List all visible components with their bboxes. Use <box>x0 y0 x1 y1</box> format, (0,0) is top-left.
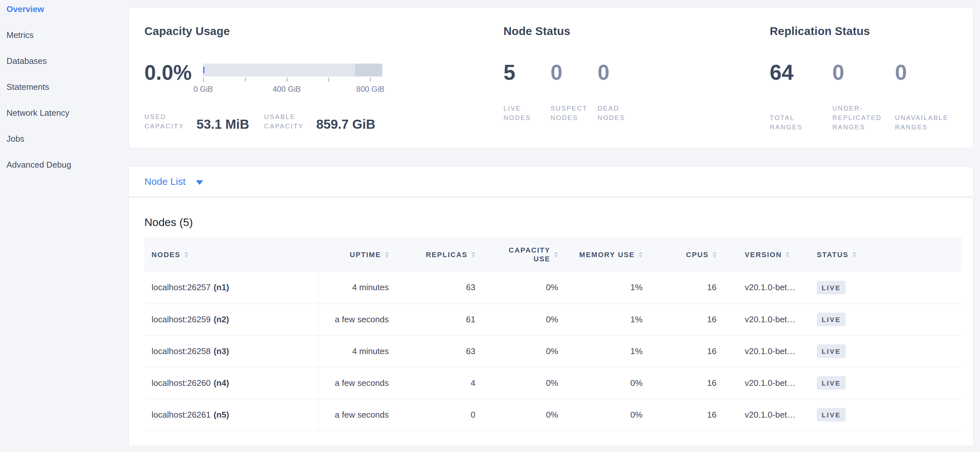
column-header-capacity-use[interactable]: CAPACITY USE <box>476 237 558 272</box>
column-header-status[interactable]: STATUS <box>804 237 962 272</box>
uptime-cell: 4 minutes <box>318 272 389 303</box>
label-line: RANGES <box>770 122 832 132</box>
nodes-table-card: Nodes (5) NODES UPTIME REPLICAS <box>129 197 974 446</box>
label-line: RANGES <box>895 122 958 132</box>
replicas-cell: 61 <box>389 303 476 335</box>
under-replicated-ranges-label: UNDER- REPLICATED RANGES <box>832 104 895 132</box>
node-id: (n5) <box>213 410 229 420</box>
column-label: NODES <box>151 250 180 259</box>
node-address[interactable]: localhost:26259 <box>151 314 211 324</box>
column-label: STATUS <box>817 250 849 259</box>
version-cell: v20.1.0-bet… <box>716 272 804 303</box>
sidebar-item-network-latency[interactable]: Network Latency <box>6 108 129 117</box>
unavailable-ranges-count: 0 <box>895 60 958 84</box>
label-line: UNDER- <box>832 104 895 113</box>
sort-icon <box>853 252 856 257</box>
label-line: USED <box>145 112 184 122</box>
capacity-use-cell: 0% <box>476 335 558 367</box>
node-id: (n2) <box>213 314 229 324</box>
label-line: DEAD <box>597 104 644 113</box>
axis-tick-label: 400 GiB <box>273 84 301 94</box>
status-badge: LIVE <box>817 376 846 390</box>
cpus-cell: 16 <box>643 335 716 367</box>
suspect-nodes-label: SUSPECT NODES <box>550 104 597 122</box>
total-ranges-count: 64 <box>770 60 832 84</box>
column-label: VERSION <box>745 250 782 259</box>
table-row[interactable]: localhost:26261(n5) a few seconds 0 0% 0… <box>145 399 962 431</box>
label-line: LIVE <box>503 104 550 113</box>
capacity-use-cell: 0% <box>476 399 558 431</box>
sidebar-item-jobs[interactable]: Jobs <box>6 134 129 143</box>
table-row[interactable]: localhost:26258(n3) 4 minutes 63 0% 1% 1… <box>145 335 962 367</box>
capacity-bar-unusable-segment <box>355 63 382 76</box>
cluster-summary-card: Capacity Usage 0.0% <box>129 8 974 148</box>
table-row[interactable]: localhost:26260(n4) a few seconds 4 0% 0… <box>145 367 962 399</box>
used-capacity-value: 53.1 MiB <box>197 117 249 131</box>
node-list-dropdown[interactable]: Node List <box>145 176 203 187</box>
status-cell: LIVE <box>804 303 962 335</box>
column-header-uptime[interactable]: UPTIME <box>318 237 389 272</box>
axis-tick <box>287 78 288 82</box>
memory-use-cell: 0% <box>558 367 643 399</box>
sidebar-item-advanced-debug[interactable]: Advanced Debug <box>6 160 129 169</box>
sidebar-item-databases[interactable]: Databases <box>6 56 129 65</box>
dead-nodes-count: 0 <box>597 60 644 84</box>
node-address[interactable]: localhost:26258 <box>151 346 211 356</box>
suspect-nodes-count: 0 <box>550 60 597 84</box>
label-line: UNAVAILABLE <box>895 113 958 122</box>
label-line: CAPACITY <box>264 122 304 131</box>
node-id: (n1) <box>213 282 229 292</box>
capacity-usage-title: Capacity Usage <box>145 25 503 38</box>
sidebar-item-statements[interactable]: Statements <box>6 82 129 92</box>
sidebar-item-metrics[interactable]: Metrics <box>6 30 129 40</box>
label-line: REPLICATED <box>832 113 895 122</box>
node-address[interactable]: localhost:26257 <box>151 282 211 292</box>
memory-use-cell: 0% <box>558 399 643 431</box>
cpus-cell: 16 <box>643 272 716 303</box>
table-row[interactable]: localhost:26257(n1) 4 minutes 63 0% 1% 1… <box>145 272 962 303</box>
usable-capacity-value: 859.7 GiB <box>316 117 375 131</box>
status-badge: LIVE <box>817 312 846 326</box>
sidebar-item-overview[interactable]: Overview <box>6 5 129 14</box>
uptime-cell: 4 minutes <box>318 335 389 367</box>
chevron-down-icon <box>196 180 203 185</box>
replication-status-title: Replication Status <box>770 25 958 38</box>
node-status-title: Node Status <box>503 25 770 38</box>
node-id: (n4) <box>213 378 229 388</box>
column-header-version[interactable]: VERSION <box>716 237 804 272</box>
axis-tick <box>328 78 329 82</box>
replicas-cell: 63 <box>389 272 476 303</box>
sort-icon <box>554 252 558 257</box>
column-header-replicas[interactable]: REPLICAS <box>389 237 476 272</box>
column-header-memory-use[interactable]: MEMORY USE <box>558 237 643 272</box>
replicas-cell: 0 <box>389 399 476 431</box>
sidebar-nav: Overview Metrics Databases Statements Ne… <box>0 5 129 169</box>
table-header-row: NODES UPTIME REPLICAS CAPACITY USE MEMOR… <box>145 237 962 272</box>
sort-icon <box>184 252 188 257</box>
live-nodes-label: LIVE NODES <box>503 104 550 122</box>
capacity-use-cell: 0% <box>476 272 558 303</box>
uptime-cell: a few seconds <box>318 303 389 335</box>
replicas-cell: 63 <box>389 335 476 367</box>
capacity-bar-used-indicator <box>203 67 204 73</box>
under-replicated-ranges-count: 0 <box>832 60 895 84</box>
label-line: TOTAL <box>770 113 832 122</box>
status-badge: LIVE <box>817 408 846 422</box>
sort-icon <box>713 252 716 257</box>
table-row[interactable]: localhost:26259(n2) a few seconds 61 0% … <box>145 303 962 335</box>
cpus-cell: 16 <box>643 303 716 335</box>
status-cell: LIVE <box>804 272 962 303</box>
status-badge: LIVE <box>817 281 846 294</box>
usable-capacity-label: USABLE CAPACITY <box>264 112 304 131</box>
used-capacity-label: USED CAPACITY <box>145 112 184 131</box>
axis-tick-label: 0 GiB <box>193 84 213 94</box>
cpus-cell: 16 <box>643 367 716 399</box>
used-capacity-stat: USED CAPACITY 53.1 MiB <box>145 112 249 131</box>
capacity-usage-section: Capacity Usage 0.0% <box>145 25 503 148</box>
total-ranges-label: TOTAL RANGES <box>770 113 832 132</box>
node-address[interactable]: localhost:26260 <box>151 378 211 388</box>
column-header-cpus[interactable]: CPUS <box>643 237 716 272</box>
node-address[interactable]: localhost:26261 <box>151 410 211 420</box>
column-header-nodes[interactable]: NODES <box>145 237 318 272</box>
status-cell: LIVE <box>804 367 962 399</box>
